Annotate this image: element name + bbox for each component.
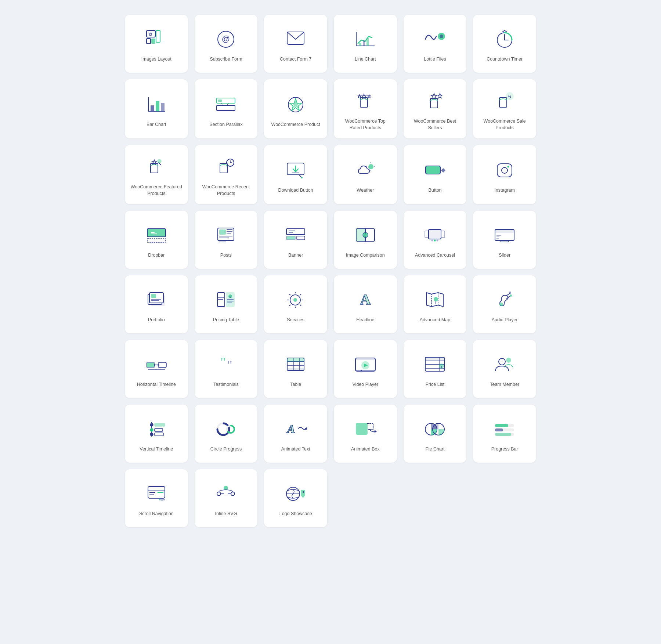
card-label: Bar Chart [147,122,166,128]
card-label: Animated Box [351,446,380,453]
svg-rect-105 [151,294,156,298]
card-dropbar[interactable]: Dropbar [125,211,188,269]
card-label: Price List [426,381,444,388]
card-scroll-navigation[interactable]: Scroll Navigation [125,469,188,527]
card-label: WooCommerce Product [271,122,320,128]
card-animated-text[interactable]: A A Animated Text [264,405,327,463]
woocommerce-best-sellers-icon [423,90,447,113]
countdown-timer-icon [493,28,516,51]
card-label: Team Member [490,381,519,388]
card-label: Progress Bar [491,446,518,453]
card-image-comparison[interactable]: + Image Comparison [334,211,397,269]
card-advanced-map[interactable]: Advanced Map [404,275,467,333]
svg-point-133 [499,303,503,306]
svg-point-118 [293,298,297,302]
card-countdown-timer[interactable]: Countdown Timer [473,15,536,73]
card-download-button[interactable]: Download Button [264,145,327,204]
card-posts[interactable]: Posts [195,211,258,269]
card-headline[interactable]: A A Headline [334,275,397,333]
svg-rect-3 [156,30,160,42]
card-woocommerce-recent[interactable]: WooCommerce Recent Products [195,145,258,204]
card-woocommerce-best-sellers[interactable]: WooCommerce Best Sellers [404,79,467,138]
card-images-layout[interactable]: 🖼 Images Layout [125,15,188,73]
svg-point-134 [509,292,511,294]
svg-rect-1 [147,39,151,44]
svg-text:A: A [360,291,371,308]
card-testimonials[interactable]: " " Testimonials [195,340,258,398]
card-woocommerce-top-rated[interactable]: WooCommerce Top Rated Products [334,79,397,138]
card-slider[interactable]: Slider [473,211,536,269]
card-team-member[interactable]: Team Member [473,340,536,398]
svg-point-196 [160,498,163,501]
card-progress-bar[interactable]: Progress Bar [473,405,536,463]
banner-icon [284,224,307,247]
svg-line-124 [300,305,301,306]
card-woocommerce-featured[interactable]: WooCommerce Featured Products [125,145,188,204]
bar-chart-icon [145,93,168,116]
card-weather[interactable]: Weather [334,145,397,204]
testimonials-icon: " " [214,353,238,376]
card-pie-chart[interactable]: Pie Chart [404,405,467,463]
lottie-files-icon [423,28,447,51]
svg-point-165 [499,358,505,365]
card-instagram[interactable]: Instagram [473,145,536,204]
svg-rect-88 [425,231,429,238]
card-label: Advanced Carousel [415,252,455,259]
svg-point-92 [434,240,436,242]
card-logo-showcase[interactable]: Logo Showcase [264,469,327,527]
section-parallax-icon [214,93,238,116]
card-label: Slider [499,252,510,259]
card-label: Button [428,187,441,194]
card-bar-chart[interactable]: Bar Chart [125,79,188,138]
svg-point-197 [163,499,165,500]
images-layout-icon: 🖼 [145,28,168,51]
card-label: Image Comparison [346,252,385,259]
card-horizontal-timeline[interactable]: Horizontal Timeline [125,340,188,398]
svg-text:🖼: 🖼 [149,32,152,36]
card-label: Horizontal Timeline [137,381,176,388]
card-vertical-timeline[interactable]: Vertical Timeline [125,405,188,463]
card-woocommerce-sale[interactable]: % WooCommerce Sale Products [473,79,536,138]
card-advanced-carousel[interactable]: Advanced Carousel [404,211,467,269]
card-animated-box[interactable]: Animated Box [334,405,397,463]
svg-line-125 [300,294,301,295]
svg-point-198 [159,499,160,500]
svg-rect-78 [286,236,295,240]
card-circle-progress[interactable]: Circle Progress [195,405,258,463]
card-inline-svg[interactable]: Inline SVG [195,469,258,527]
card-section-parallax[interactable]: Section Parallax [195,79,258,138]
logo-showcase-icon [284,482,307,506]
svg-text:A: A [286,422,295,435]
card-lottie-files[interactable]: Lottie Files [404,15,467,73]
svg-rect-64 [147,229,166,237]
card-audio-player[interactable]: Audio Player [473,275,536,333]
card-table[interactable]: Table [264,340,327,398]
card-button[interactable]: Button [404,145,467,204]
svg-rect-2 [151,39,155,44]
card-banner[interactable]: Banner [264,211,327,269]
card-label: Services [287,317,304,323]
svg-point-156 [361,370,362,371]
card-woocommerce-product[interactable]: WooCommerce Product [264,79,327,138]
svg-rect-172 [155,428,163,431]
card-label: Testimonials [213,381,239,388]
card-subscribe-form[interactable]: @ Subscribe Form [195,15,258,73]
svg-marker-37 [438,93,442,98]
card-label: WooCommerce Recent Products [200,184,253,197]
svg-rect-171 [155,423,165,426]
card-label: Countdown Timer [487,56,523,63]
card-line-chart[interactable]: Line Chart [334,15,397,73]
svg-point-91 [431,240,433,242]
services-icon [284,288,307,312]
card-pricing-table[interactable]: $ Pricing Table [195,275,258,333]
svg-point-168 [150,423,153,426]
card-services[interactable]: Services [264,275,327,333]
animated-box-icon [354,417,377,441]
svg-point-200 [231,492,235,496]
svg-point-52 [368,164,373,169]
card-contact-form-7[interactable]: Contact Form 7 [264,15,327,73]
card-video-player[interactable]: Video Player [334,340,397,398]
card-price-list[interactable]: $ Price List [404,340,467,398]
card-label: Instagram [494,187,515,194]
card-portfolio[interactable]: Portfolio [125,275,188,333]
